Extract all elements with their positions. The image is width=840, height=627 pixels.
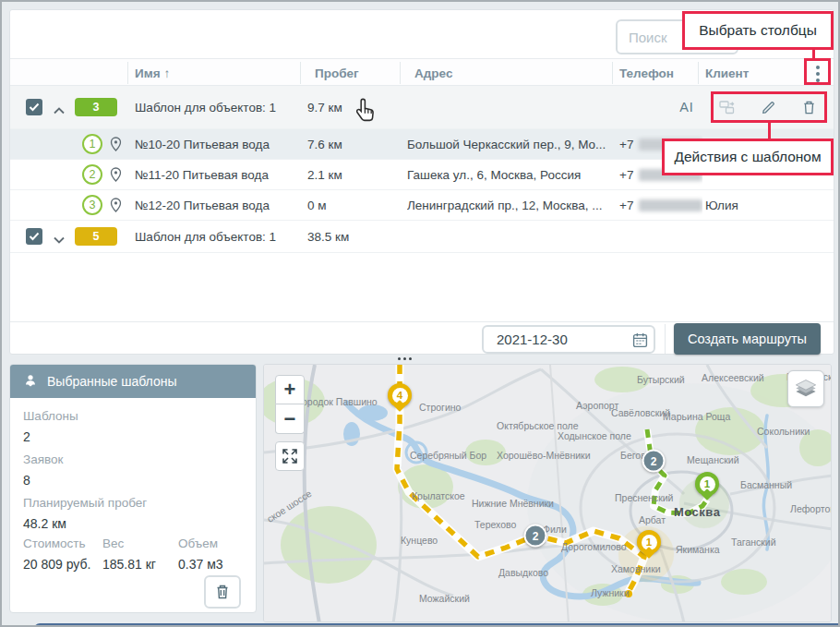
footer-divider [10, 321, 834, 322]
phone-redacted [639, 199, 702, 211]
weight-label: Вес [102, 537, 124, 550]
order-location-pin-icon [110, 167, 122, 186]
order-address: Ленинградский пр., 12, Москва, ... [407, 190, 612, 220]
bottom-panel-edge [34, 623, 840, 627]
selected-templates-panel: Выбранные шаблоны Шаблоны 2 Заявок 8 Пла… [9, 364, 257, 613]
zoom-out-button[interactable]: − [275, 404, 305, 434]
orders-label: Заявок [23, 452, 63, 466]
map-circle-marker[interactable]: 2 [642, 450, 666, 473]
map-pin-marker[interactable]: 1 [637, 530, 661, 560]
route-date-input[interactable] [482, 325, 655, 354]
template-actions-callout: Действия с шаблоном [662, 139, 834, 175]
map-layers-button[interactable] [787, 370, 824, 407]
volume-value: 0.37 м3 [178, 557, 223, 572]
order-name: №10-20 Питьевая вода [135, 129, 301, 159]
order-mileage: 7.6 км [307, 129, 400, 159]
table-header: Имя ↑ Пробег Адрес Телефон Клиент [10, 58, 834, 86]
order-row-3[interactable]: 3 №12-20 Питьевая вода 0 м Ленинградский… [10, 190, 834, 221]
cost-value: 20 809 руб. [23, 557, 90, 572]
template-mileage: 38.5 км [307, 221, 400, 252]
orders-count-badge: 5 [75, 227, 117, 246]
volume-label: Объем [178, 537, 218, 550]
selected-templates-header: Выбранные шаблоны [10, 365, 256, 398]
orders-value: 8 [23, 473, 30, 488]
panel-title: Выбранные шаблоны [47, 374, 177, 389]
hand-cursor-icon [354, 97, 375, 127]
templates-table-card: Имя ↑ Пробег Адрес Телефон Клиент 3 Ша [9, 9, 834, 355]
callout-connector [812, 50, 815, 58]
rename-template-icon[interactable]: AI [677, 97, 697, 117]
fullscreen-button[interactable] [275, 441, 305, 471]
zoom-in-button[interactable]: + [275, 375, 305, 404]
column-separator [127, 62, 128, 84]
column-header-address[interactable]: Адрес [414, 59, 452, 87]
order-mileage: 0 м [307, 190, 400, 220]
planned-mileage-value: 48.2 км [23, 516, 66, 531]
template-name: Шаблон для объектов: 1 [135, 86, 301, 128]
template-1-checkbox[interactable] [26, 99, 42, 115]
orders-count-badge: 3 [75, 98, 117, 116]
order-phone: +7 [619, 190, 702, 220]
order-name: №12-20 Питьевая вода [135, 190, 301, 220]
template-row-2[interactable]: 5 Шаблон для объектов: 1 38.5 км [10, 221, 834, 253]
map-marker-layer: 42121 [264, 365, 831, 621]
column-separator [300, 62, 301, 84]
create-routes-button[interactable]: Создать маршруты [674, 323, 821, 355]
column-separator [612, 62, 613, 84]
planned-mileage-label: Планируемый пробег [23, 496, 147, 510]
column-separator [698, 62, 699, 84]
collapse-chevron-up-icon[interactable] [53, 102, 66, 112]
app-window: Имя ↑ Пробег Адрес Телефон Клиент 3 Ша [0, 0, 840, 627]
column-separator [400, 62, 401, 84]
order-client: Юлия [705, 190, 802, 220]
template-2-checkbox[interactable] [26, 228, 42, 245]
order-address: Большой Черкасский пер., 9, Мо... [407, 129, 612, 159]
cost-label: Стоимость [23, 537, 86, 550]
sort-asc-icon: ↑ [164, 66, 171, 80]
map-pin-marker[interactable]: 4 [388, 383, 412, 413]
order-mileage: 2.1 км [307, 160, 400, 189]
templates-value: 2 [23, 429, 30, 444]
order-location-pin-icon [110, 137, 122, 155]
column-header-phone[interactable]: Телефон [619, 59, 674, 87]
column-header-client[interactable]: Клиент [705, 59, 749, 87]
template-name: Шаблон для объектов: 1 [135, 221, 301, 252]
map-canvas[interactable]: Городок ПавшиноСтрогиноОктябрьское полеС… [263, 364, 832, 622]
weight-value: 185.81 кг [102, 557, 156, 572]
map-circle-marker[interactable]: 2 [524, 525, 547, 548]
user-pin-icon [23, 373, 38, 391]
order-name: №11-20 Питьевая вода [135, 160, 301, 189]
panel-resize-handle[interactable] [394, 356, 414, 362]
actions-highlight-outline [711, 91, 827, 123]
footer-separator [665, 324, 666, 354]
order-address: Гашека ул., 6, Москва, Россия [407, 160, 612, 189]
select-columns-callout: Выбрать столбцы [682, 11, 834, 50]
order-sequence-number: 2 [82, 164, 102, 185]
order-sequence-number: 3 [82, 195, 102, 215]
clear-selection-button[interactable] [204, 575, 241, 609]
callout-connector [768, 123, 771, 139]
expand-chevron-down-icon[interactable] [53, 232, 66, 241]
templates-label: Шаблоны [23, 409, 78, 423]
order-location-pin-icon [110, 198, 122, 216]
column-header-name-label: Имя [135, 66, 161, 80]
kebab-highlight-outline [804, 58, 831, 85]
map-pin-marker[interactable]: 1 [695, 472, 719, 501]
column-header-name[interactable]: Имя ↑ [135, 59, 170, 87]
order-sequence-number: 1 [82, 134, 102, 154]
column-header-mileage[interactable]: Пробег [315, 59, 359, 87]
